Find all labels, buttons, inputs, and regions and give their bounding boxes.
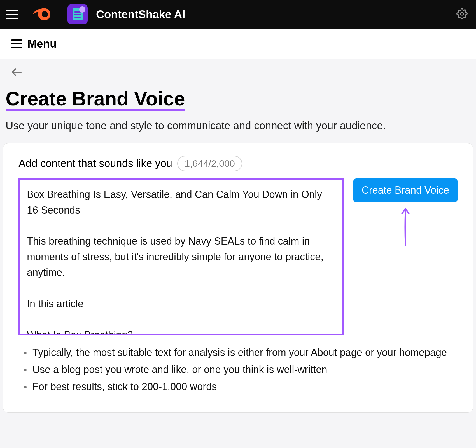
contentshake-app-icon[interactable]	[67, 4, 88, 24]
card-body: Create Brand Voice	[18, 178, 458, 335]
menu-label[interactable]: Menu	[27, 37, 57, 50]
page-title: Create Brand Voice	[6, 89, 185, 111]
app-title: ContentShake AI	[96, 8, 185, 21]
right-column: Create Brand Voice	[353, 178, 458, 248]
character-counter: 1,644/2,000	[177, 156, 242, 171]
svg-point-2	[461, 12, 463, 15]
content-area: Create Brand Voice Use your unique tone …	[0, 59, 476, 416]
menu-bar: Menu	[0, 29, 476, 59]
tips-list: Typically, the most suitable text for an…	[18, 346, 458, 393]
gear-icon[interactable]	[456, 8, 468, 20]
svg-point-1	[42, 11, 48, 17]
card-header: Add content that sounds like you 1,644/2…	[18, 156, 458, 171]
page-subtitle: Use your unique tone and style to commun…	[6, 120, 473, 132]
top-header: ContentShake AI	[0, 0, 476, 29]
back-arrow-icon[interactable]	[11, 68, 473, 78]
add-content-label: Add content that sounds like you	[18, 158, 172, 170]
menu-icon[interactable]	[11, 39, 22, 48]
list-item: Typically, the most suitable text for an…	[26, 346, 458, 359]
annotation-arrow-icon	[397, 205, 414, 248]
content-textarea[interactable]	[18, 178, 344, 335]
create-brand-voice-button[interactable]: Create Brand Voice	[353, 178, 458, 202]
hamburger-icon[interactable]	[6, 8, 18, 20]
semrush-logo-icon[interactable]	[32, 6, 52, 22]
list-item: Use a blog post you wrote and like, or o…	[26, 363, 458, 376]
list-item: For best results, stick to 200-1,000 wor…	[26, 380, 458, 393]
brand-voice-card: Add content that sounds like you 1,644/2…	[3, 143, 473, 413]
